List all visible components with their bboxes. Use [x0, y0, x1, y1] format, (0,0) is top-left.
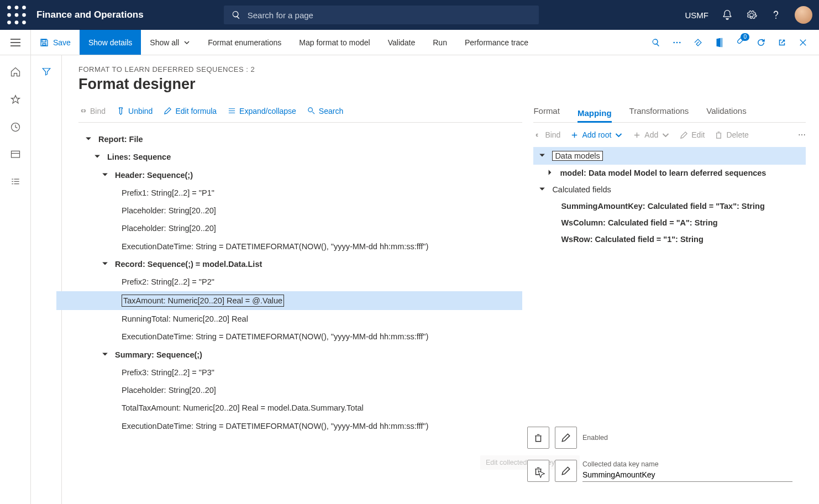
edit-enabled-button[interactable] [555, 427, 577, 449]
add-root-button[interactable]: Add root [570, 130, 623, 139]
rtree-label: Data models [552, 151, 602, 161]
svg-point-10 [676, 41, 678, 43]
add-button[interactable]: Add [633, 130, 670, 139]
star-icon[interactable] [10, 94, 21, 105]
tree-label: ExecutionDateTime: String = DATETIMEFORM… [122, 331, 428, 342]
svg-point-0 [7, 6, 11, 9]
tree-node-taxamount[interactable]: TaxAmount: Numeric[20..20] Real = @.Valu… [56, 291, 522, 310]
more-icon[interactable]: ⋯ [798, 130, 806, 139]
page-title: Format designer [78, 76, 806, 93]
attach-icon[interactable] [693, 38, 703, 48]
tree-node[interactable]: ExecutionDateTime: String = DATETIMEFORM… [78, 417, 522, 435]
tree-node-summary[interactable]: Summary: Sequence(;) [78, 346, 522, 364]
tree-node[interactable]: ExecutionDateTime: String = DATETIMEFORM… [78, 328, 522, 345]
rtree-node-calcfields[interactable]: Calculated fields [533, 181, 806, 198]
save-button[interactable]: Save [31, 30, 80, 55]
svg-point-7 [15, 20, 19, 24]
tab-format[interactable]: Format [533, 106, 560, 119]
svg-point-9 [673, 41, 675, 43]
rtree-node-datamodels[interactable]: Data models [533, 147, 806, 165]
caret-down-icon [85, 135, 93, 143]
tab-transformations[interactable]: Transformations [629, 106, 689, 119]
format-enum-label: Format enumerations [208, 38, 281, 47]
rtree-node[interactable]: WsRow: Calculated field = "1": String [533, 231, 806, 248]
rtree-label: Calculated fields [552, 185, 611, 194]
svg-point-3 [7, 13, 11, 17]
show-all-button[interactable]: Show all [141, 30, 199, 55]
home-icon[interactable] [10, 66, 21, 77]
office-icon[interactable] [714, 38, 724, 48]
perf-trace-button[interactable]: Performance trace [456, 30, 537, 55]
bind-button[interactable]: Bind [78, 107, 106, 116]
tree-label: Placeholder: String[20..20] [122, 385, 216, 396]
tree-label: Placeholder: String[20..20] [122, 223, 216, 234]
tree-node-lines[interactable]: Lines: Sequence [78, 148, 522, 166]
popout-icon[interactable] [777, 38, 787, 48]
attachments-badge[interactable]: 0 [735, 36, 745, 48]
edit-formula-button[interactable]: Edit formula [164, 107, 217, 116]
nav-toggle-icon[interactable] [0, 30, 31, 55]
gear-icon[interactable] [746, 9, 757, 20]
collected-input[interactable] [582, 468, 792, 482]
format-enum-button[interactable]: Format enumerations [199, 30, 290, 55]
tree-node[interactable]: Placeholder: String[20..20] [78, 219, 522, 237]
map-format-button[interactable]: Map format to model [290, 30, 379, 55]
collected-label: Collected data key name [582, 460, 792, 468]
tree-node-report[interactable]: Report: File [78, 130, 522, 148]
app-launcher-icon[interactable] [7, 5, 27, 25]
tree-label: TaxAmount: Numeric[20..20] Real = @.Valu… [122, 295, 284, 307]
rtree-node[interactable]: WsColumn: Calculated field = "A": String [533, 214, 806, 231]
modules-icon[interactable] [10, 177, 21, 188]
run-button[interactable]: Run [424, 30, 456, 55]
recent-icon[interactable] [10, 122, 21, 133]
tree-node-header[interactable]: Header: Sequence(;) [78, 166, 522, 184]
filter-icon[interactable] [41, 66, 51, 76]
unbind-button[interactable]: Unbind [117, 107, 153, 116]
close-icon[interactable] [798, 38, 808, 48]
tree-label: Lines: Sequence [107, 151, 171, 162]
search-small-icon[interactable] [651, 38, 661, 48]
bind-right-button[interactable]: Bind [533, 130, 560, 139]
rtree-node-model[interactable]: model: Data model Model to learn deferre… [533, 165, 806, 181]
unbind-label: Unbind [128, 107, 153, 116]
expand-collapse-button[interactable]: Expand/collapse [228, 107, 296, 116]
edit-button[interactable]: Edit [680, 130, 705, 139]
search-input[interactable] [248, 11, 531, 20]
edit-collected-button[interactable] [555, 460, 577, 482]
tree-label: TotalTaxAmount: Numeric[20..20] Real = m… [122, 402, 364, 413]
delete-collected-button[interactable] [527, 460, 549, 482]
more-icon[interactable] [672, 38, 682, 48]
rtree-label: model: Data model Model to learn deferre… [560, 169, 766, 177]
tree-node[interactable]: Placeholder: String[20..20] [78, 381, 522, 399]
refresh-icon[interactable] [756, 38, 766, 48]
workspace-icon[interactable] [10, 149, 21, 160]
tree-node[interactable]: RunningTotal: Numeric[20..20] Real [78, 310, 522, 328]
tab-validations[interactable]: Validations [706, 106, 746, 119]
bell-icon[interactable] [722, 9, 733, 20]
help-icon[interactable] [770, 9, 781, 20]
tree-node[interactable]: TotalTaxAmount: Numeric[20..20] Real = m… [78, 399, 522, 417]
delete-label: Delete [726, 130, 748, 139]
avatar[interactable] [795, 6, 812, 24]
show-details-button[interactable]: Show details [80, 30, 141, 55]
tree-node[interactable]: ExecutionDateTime: String = DATETIMEFORM… [78, 238, 522, 255]
tree-node[interactable]: Placeholder: String[20..20] [78, 202, 522, 219]
rtree-node[interactable]: SummingAmountKey: Calculated field = "Ta… [533, 198, 806, 214]
global-search[interactable] [224, 6, 539, 24]
tree-search-label: Search [319, 107, 343, 116]
svg-point-5 [22, 13, 26, 17]
validate-button[interactable]: Validate [379, 30, 424, 55]
tree-node[interactable]: Prefix1: String[2..2] = "P1" [78, 184, 522, 202]
tab-mapping[interactable]: Mapping [578, 108, 612, 123]
tree-label: Header: Sequence(;) [115, 170, 193, 181]
save-label: Save [53, 38, 71, 47]
tree-node[interactable]: Prefix3: String[2..2] = "P3" [78, 364, 522, 381]
caret-right-icon [547, 169, 554, 177]
delete-button[interactable]: Delete [715, 130, 748, 139]
tree-search-button[interactable]: Search [307, 107, 343, 116]
tree-node-record[interactable]: Record: Sequence(;) = model.Data.List [78, 255, 522, 273]
caret-down-icon [102, 260, 109, 268]
company-label[interactable]: USMF [685, 11, 709, 20]
tree-node[interactable]: Prefix2: String[2..2] = "P2" [78, 273, 522, 291]
delete-enabled-button[interactable] [527, 427, 549, 449]
